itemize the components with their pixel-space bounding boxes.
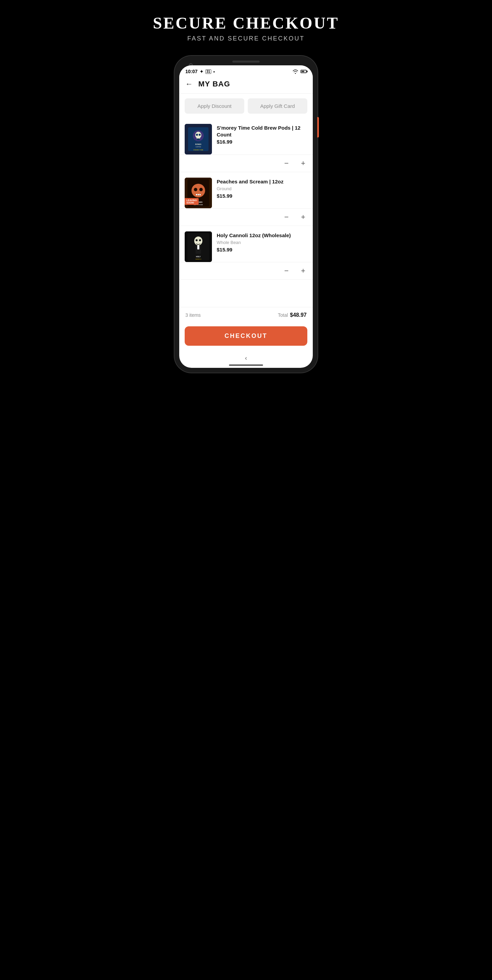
- battery-fill: [302, 71, 304, 72]
- apply-gift-card-button[interactable]: Apply Gift Card: [248, 98, 307, 114]
- checkout-button[interactable]: CHECKOUT: [185, 326, 307, 346]
- svg-rect-17: [198, 194, 199, 195]
- decrease-qty-peaches[interactable]: −: [282, 213, 291, 221]
- item-info-cannoli: Holy Cannoli 12oz (Wholesale) Whole Bean…: [217, 231, 307, 253]
- item-price-peaches: $15.99: [217, 193, 307, 199]
- status-dot: •: [213, 69, 215, 74]
- increase-qty-smorey[interactable]: +: [299, 159, 307, 168]
- qty-controls-smorey: − +: [179, 155, 313, 172]
- item-info-peaches: Peaches and Scream | 12oz Ground $15.99: [217, 178, 307, 199]
- nav-title: MY BAG: [198, 80, 230, 89]
- top-navigation: ← MY BAG: [179, 76, 313, 94]
- svg-point-7: [199, 134, 201, 136]
- total-label: Total: [278, 312, 288, 318]
- item-price-smorey: $16.99: [217, 139, 307, 145]
- svg-point-23: [194, 237, 202, 245]
- apply-discount-button[interactable]: Apply Discount: [185, 98, 244, 114]
- item-image-cannoli: HOLY CANNOLI: [185, 231, 212, 262]
- svg-point-15: [199, 188, 203, 191]
- items-count: 3 items: [185, 312, 201, 318]
- back-button[interactable]: ←: [185, 80, 193, 89]
- item-name-smorey: S'morey Time Cold Brew Pods | 12 Count: [217, 124, 307, 138]
- cart-item: PEACHES AND SCREAM LEAVINGSOON! Peaches …: [179, 172, 313, 208]
- page-header: SECURE CHECKOUT FAST AND SECURE CHECKOUT: [153, 14, 339, 56]
- svg-point-25: [199, 239, 201, 241]
- increase-qty-peaches[interactable]: +: [299, 213, 307, 221]
- svg-rect-16: [196, 194, 197, 195]
- item-price-cannoli: $15.99: [217, 247, 307, 253]
- svg-text:HOLY: HOLY: [196, 256, 201, 258]
- leaving-soon-badge: LEAVINGSOON!: [185, 198, 199, 205]
- total-section: Total $48.97: [278, 312, 307, 318]
- increase-qty-cannoli[interactable]: +: [299, 266, 307, 275]
- qty-controls-cannoli: − +: [179, 262, 313, 280]
- status-left: 10:07 ✦ 31 •: [185, 69, 215, 74]
- phone-speaker: [232, 60, 260, 63]
- item-info-smorey: S'morey Time Cold Brew Pods | 12 Count $…: [217, 124, 307, 145]
- phone-side-button: [317, 117, 319, 137]
- phone-device: 10:07 ✦ 31 • ← MY BAG: [174, 56, 318, 372]
- svg-rect-5: [197, 138, 200, 140]
- qty-controls-peaches: − +: [179, 208, 313, 226]
- cart-item: BONES COFFEE S'MOREY TIME S'morey Time C…: [179, 118, 313, 155]
- svg-text:BONES: BONES: [195, 143, 201, 145]
- spacer: [179, 280, 313, 307]
- phone-speaker-bar: [179, 60, 313, 63]
- svg-point-6: [196, 134, 198, 136]
- item-variant-peaches: Ground: [217, 186, 307, 191]
- phone-bottom-nav: ‹: [179, 351, 313, 368]
- total-amount: $48.97: [290, 312, 307, 318]
- page-subtitle: FAST AND SECURE CHECKOUT: [153, 35, 339, 42]
- decrease-qty-cannoli[interactable]: −: [282, 266, 291, 275]
- status-calendar-icon: 31: [206, 69, 211, 74]
- svg-rect-18: [199, 194, 201, 195]
- svg-point-14: [194, 188, 197, 191]
- svg-text:COFFEE: COFFEE: [196, 146, 201, 148]
- item-image-smorey: BONES COFFEE S'MOREY TIME: [185, 124, 212, 154]
- status-time: 10:07: [185, 69, 198, 74]
- cart-footer: 3 items Total $48.97: [179, 307, 313, 323]
- svg-rect-27: [197, 245, 199, 250]
- battery-icon: [300, 70, 307, 73]
- cart-item: HOLY CANNOLI Holy Cannoli 12oz (Wholesal…: [179, 226, 313, 262]
- action-buttons-row: Apply Discount Apply Gift Card: [179, 94, 313, 118]
- bottom-gesture-bar: [229, 364, 263, 366]
- page-title: SECURE CHECKOUT: [153, 14, 339, 32]
- cart-items-list: BONES COFFEE S'MOREY TIME S'morey Time C…: [179, 118, 313, 280]
- svg-text:S'MOREY TIME: S'MOREY TIME: [193, 149, 203, 151]
- svg-point-24: [196, 239, 198, 241]
- item-image-peaches: PEACHES AND SCREAM LEAVINGSOON!: [185, 178, 212, 208]
- status-slack-icon: ✦: [200, 69, 203, 74]
- status-bar: 10:07 ✦ 31 •: [179, 65, 313, 76]
- phone-screen: 10:07 ✦ 31 • ← MY BAG: [179, 65, 313, 368]
- decrease-qty-smorey[interactable]: −: [282, 159, 291, 168]
- status-right: [292, 69, 307, 74]
- svg-text:CANNOLI: CANNOLI: [195, 258, 201, 260]
- item-name-peaches: Peaches and Scream | 12oz: [217, 178, 307, 185]
- item-name-cannoli: Holy Cannoli 12oz (Wholesale): [217, 232, 307, 239]
- back-gesture: ‹: [245, 355, 247, 362]
- item-variant-cannoli: Whole Bean: [217, 240, 307, 245]
- wifi-icon: [292, 69, 299, 74]
